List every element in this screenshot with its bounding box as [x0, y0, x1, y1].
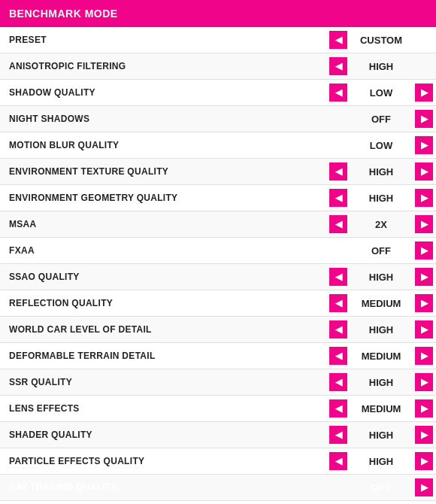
label-deformable-terrain-detail: DEFORMABLE TERRAIN DETAIL [0, 351, 286, 361]
settings-list: PRESET◀CUSTOM▶ANISOTROPIC FILTERING◀HIGH… [0, 27, 436, 501]
right-arrow-deformable-terrain-detail[interactable]: ▶ [415, 347, 433, 365]
label-environment-texture-quality: ENVIRONMENT TEXTURE QUALITY [0, 166, 286, 177]
value-ssao-quality: HIGH [347, 272, 415, 283]
left-arrow-environment-texture-quality[interactable]: ◀ [329, 162, 347, 181]
label-world-car-level-of-detail: WORLD CAR LEVEL OF DETAIL [0, 324, 286, 335]
left-arrow-shader-quality[interactable]: ◀ [329, 426, 347, 444]
label-msaa: MSAA [0, 219, 286, 229]
value-fxaa: OFF [347, 245, 415, 257]
row-night-shadows: NIGHT SHADOWS◀OFF▶ [0, 106, 436, 132]
right-arrow-fxaa[interactable]: ▶ [415, 241, 433, 260]
header: BENCHMARK MODE [0, 0, 436, 27]
label-ray-tracing-quality: RAY TRACING QUALITY [0, 482, 286, 493]
value-night-shadows: OFF [347, 114, 415, 125]
left-arrow-reflection-quality[interactable]: ◀ [329, 294, 347, 312]
left-arrow-particle-effects-quality[interactable]: ◀ [329, 452, 347, 470]
right-arrow-environment-geometry-quality[interactable]: ▶ [415, 189, 433, 207]
row-ray-tracing-quality: RAY TRACING QUALITY◀OFF▶ [0, 475, 436, 501]
row-ssao-quality: SSAO QUALITY◀HIGH▶ [0, 264, 436, 290]
controls-particle-effects-quality: ◀HIGH▶ [286, 452, 436, 470]
left-arrow-ssr-quality[interactable]: ◀ [329, 373, 347, 391]
label-shader-quality: SHADER QUALITY [0, 430, 286, 440]
controls-environment-geometry-quality: ◀HIGH▶ [286, 189, 436, 207]
row-msaa: MSAA◀2X▶ [0, 211, 436, 238]
row-ssr-quality: SSR QUALITY◀HIGH▶ [0, 369, 436, 396]
value-ssr-quality: HIGH [347, 377, 415, 388]
controls-shader-quality: ◀HIGH▶ [286, 426, 436, 444]
value-ray-tracing-quality: OFF [347, 482, 415, 493]
right-arrow-motion-blur-quality[interactable]: ▶ [415, 136, 433, 154]
left-arrow-shadow-quality[interactable]: ◀ [329, 83, 347, 102]
row-deformable-terrain-detail: DEFORMABLE TERRAIN DETAIL◀MEDIUM▶ [0, 343, 436, 369]
left-arrow-preset[interactable]: ◀ [329, 31, 347, 49]
row-fxaa: FXAA◀OFF▶ [0, 238, 436, 264]
row-world-car-level-of-detail: WORLD CAR LEVEL OF DETAIL◀HIGH▶ [0, 317, 436, 343]
row-reflection-quality: REFLECTION QUALITY◀MEDIUM▶ [0, 290, 436, 317]
right-arrow-lens-effects[interactable]: ▶ [415, 399, 433, 417]
controls-ssr-quality: ◀HIGH▶ [286, 373, 436, 391]
label-shadow-quality: SHADOW QUALITY [0, 87, 286, 98]
value-motion-blur-quality: LOW [347, 140, 415, 151]
value-reflection-quality: MEDIUM [347, 298, 415, 309]
row-environment-texture-quality: ENVIRONMENT TEXTURE QUALITY◀HIGH▶ [0, 159, 436, 185]
controls-anisotropic-filtering: ◀HIGH▶ [286, 57, 436, 75]
label-reflection-quality: REFLECTION QUALITY [0, 298, 286, 308]
right-arrow-particle-effects-quality[interactable]: ▶ [415, 452, 433, 470]
right-arrow-msaa[interactable]: ▶ [415, 215, 433, 233]
value-anisotropic-filtering: HIGH [347, 61, 415, 72]
label-ssao-quality: SSAO QUALITY [0, 272, 286, 282]
label-motion-blur-quality: MOTION BLUR QUALITY [0, 140, 286, 150]
label-ssr-quality: SSR QUALITY [0, 377, 286, 387]
row-lens-effects: LENS EFFECTS◀MEDIUM▶ [0, 396, 436, 422]
left-arrow-anisotropic-filtering[interactable]: ◀ [329, 57, 347, 75]
row-particle-effects-quality: PARTICLE EFFECTS QUALITY◀HIGH▶ [0, 448, 436, 475]
controls-environment-texture-quality: ◀HIGH▶ [286, 162, 436, 181]
label-anisotropic-filtering: ANISOTROPIC FILTERING [0, 61, 286, 71]
row-shadow-quality: SHADOW QUALITY◀LOW▶ [0, 80, 436, 106]
row-anisotropic-filtering: ANISOTROPIC FILTERING◀HIGH▶ [0, 53, 436, 80]
controls-msaa: ◀2X▶ [286, 215, 436, 233]
right-arrow-ssao-quality[interactable]: ▶ [415, 268, 433, 286]
controls-reflection-quality: ◀MEDIUM▶ [286, 294, 436, 312]
right-arrow-shader-quality[interactable]: ▶ [415, 426, 433, 444]
left-arrow-deformable-terrain-detail[interactable]: ◀ [329, 347, 347, 365]
row-motion-blur-quality: MOTION BLUR QUALITY◀LOW▶ [0, 132, 436, 159]
left-arrow-ssao-quality[interactable]: ◀ [329, 268, 347, 286]
value-world-car-level-of-detail: HIGH [347, 324, 415, 335]
right-arrow-environment-texture-quality[interactable]: ▶ [415, 162, 433, 181]
controls-preset: ◀CUSTOM▶ [286, 31, 436, 49]
left-arrow-msaa[interactable]: ◀ [329, 215, 347, 233]
controls-shadow-quality: ◀LOW▶ [286, 83, 436, 102]
controls-motion-blur-quality: ◀LOW▶ [286, 136, 436, 154]
right-arrow-ssr-quality[interactable]: ▶ [415, 373, 433, 391]
controls-ssao-quality: ◀HIGH▶ [286, 268, 436, 286]
label-environment-geometry-quality: ENVIRONMENT GEOMETRY QUALITY [0, 193, 286, 203]
right-arrow-world-car-level-of-detail[interactable]: ▶ [415, 320, 433, 339]
value-particle-effects-quality: HIGH [347, 456, 415, 467]
right-arrow-ray-tracing-quality[interactable]: ▶ [415, 478, 433, 496]
value-environment-texture-quality: HIGH [347, 166, 415, 178]
value-deformable-terrain-detail: MEDIUM [347, 351, 415, 362]
value-lens-effects: MEDIUM [347, 403, 415, 414]
value-shader-quality: HIGH [347, 430, 415, 441]
controls-night-shadows: ◀OFF▶ [286, 110, 436, 128]
row-preset: PRESET◀CUSTOM▶ [0, 27, 436, 53]
right-arrow-night-shadows[interactable]: ▶ [415, 110, 433, 128]
value-preset: CUSTOM [347, 35, 415, 46]
controls-world-car-level-of-detail: ◀HIGH▶ [286, 320, 436, 339]
value-environment-geometry-quality: HIGH [347, 193, 415, 204]
label-preset: PRESET [0, 35, 286, 45]
right-arrow-shadow-quality[interactable]: ▶ [415, 83, 433, 102]
label-lens-effects: LENS EFFECTS [0, 403, 286, 414]
controls-deformable-terrain-detail: ◀MEDIUM▶ [286, 347, 436, 365]
label-night-shadows: NIGHT SHADOWS [0, 114, 286, 124]
left-arrow-world-car-level-of-detail[interactable]: ◀ [329, 320, 347, 339]
label-particle-effects-quality: PARTICLE EFFECTS QUALITY [0, 456, 286, 466]
controls-ray-tracing-quality: ◀OFF▶ [286, 478, 436, 496]
value-shadow-quality: LOW [347, 87, 415, 99]
left-arrow-environment-geometry-quality[interactable]: ◀ [329, 189, 347, 207]
left-arrow-lens-effects[interactable]: ◀ [329, 399, 347, 417]
right-arrow-reflection-quality[interactable]: ▶ [415, 294, 433, 312]
row-shader-quality: SHADER QUALITY◀HIGH▶ [0, 422, 436, 448]
controls-fxaa: ◀OFF▶ [286, 241, 436, 260]
